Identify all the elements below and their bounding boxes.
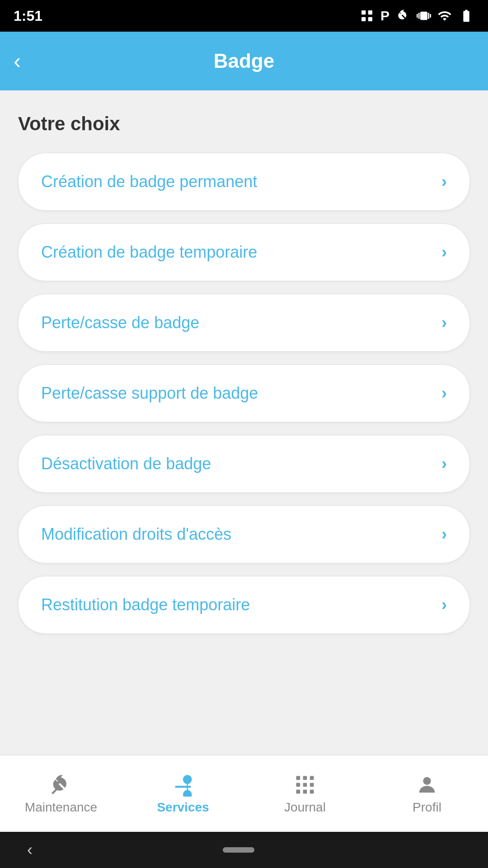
menu-item-desactivation[interactable]: Désactivation de badge › xyxy=(18,435,470,493)
menu-item-perte-casse[interactable]: Perte/casse de badge › xyxy=(18,294,470,352)
chevron-right-icon: › xyxy=(441,595,447,614)
chevron-right-icon: › xyxy=(441,313,447,332)
wifi-icon xyxy=(437,9,452,23)
nav-label-maintenance: Maintenance xyxy=(25,800,97,815)
nav-item-journal[interactable]: Journal xyxy=(244,773,366,815)
menu-item-creation-permanent[interactable]: Création de badge permanent › xyxy=(18,153,470,211)
chevron-right-icon: › xyxy=(441,172,447,191)
system-bar: ‹ xyxy=(0,832,488,868)
battery-icon xyxy=(458,9,474,23)
maintenance-icon xyxy=(49,773,73,797)
svg-rect-3 xyxy=(368,17,372,21)
menu-item-perte-casse-support[interactable]: Perte/casse support de badge › xyxy=(18,364,470,422)
back-system-button[interactable]: ‹ xyxy=(27,840,33,859)
nav-item-services[interactable]: Services xyxy=(122,773,244,815)
menu-item-modification-droits[interactable]: Modification droits d'accès › xyxy=(18,505,470,563)
back-button[interactable]: ‹ xyxy=(14,50,21,72)
svg-rect-9 xyxy=(303,783,307,787)
svg-rect-11 xyxy=(296,789,300,793)
journal-icon xyxy=(293,773,317,797)
header-title: Badge xyxy=(214,50,274,72)
svg-rect-12 xyxy=(303,789,307,793)
svg-rect-6 xyxy=(303,776,307,780)
header: ‹ Badge xyxy=(0,32,488,90)
menu-item-restitution[interactable]: Restitution badge temporaire › xyxy=(18,576,470,634)
main-content: Votre choix Création de badge permanent … xyxy=(0,90,488,755)
vibrate-icon xyxy=(417,9,431,23)
svg-rect-5 xyxy=(296,776,300,780)
svg-rect-2 xyxy=(361,17,366,21)
svg-rect-13 xyxy=(310,789,314,793)
svg-rect-7 xyxy=(310,776,314,780)
svg-rect-10 xyxy=(310,783,314,787)
parking-icon: P xyxy=(380,8,389,24)
services-icon xyxy=(171,773,195,797)
chevron-right-icon: › xyxy=(441,243,447,262)
gallery-icon xyxy=(360,9,374,23)
chevron-right-icon: › xyxy=(441,454,447,473)
home-indicator[interactable] xyxy=(223,847,254,853)
status-icons: P xyxy=(360,8,474,24)
section-title: Votre choix xyxy=(18,113,470,135)
chevron-right-icon: › xyxy=(441,525,447,544)
svg-rect-0 xyxy=(361,10,366,14)
nav-label-journal: Journal xyxy=(284,800,326,815)
settings-icon xyxy=(396,9,410,23)
status-time: 1:51 xyxy=(14,8,42,24)
svg-rect-1 xyxy=(368,10,372,14)
menu-item-creation-temporaire[interactable]: Création de badge temporaire › xyxy=(18,223,470,281)
chevron-right-icon: › xyxy=(441,384,447,403)
status-bar: 1:51 P xyxy=(0,0,488,32)
svg-rect-8 xyxy=(296,783,300,787)
bottom-nav: Maintenance Services Journal Profil xyxy=(0,755,488,832)
nav-label-profil: Profil xyxy=(413,800,441,815)
nav-item-profil[interactable]: Profil xyxy=(366,773,488,815)
profil-icon xyxy=(415,773,439,797)
nav-item-maintenance[interactable]: Maintenance xyxy=(0,773,122,815)
nav-label-services: Services xyxy=(157,800,209,815)
svg-point-14 xyxy=(423,777,431,784)
